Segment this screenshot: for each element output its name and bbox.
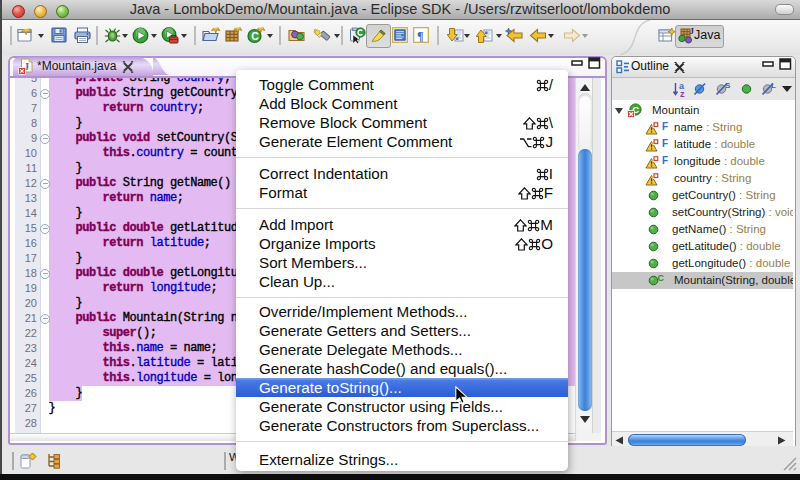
svg-text:¶: ¶	[417, 29, 423, 43]
svg-text:z: z	[680, 89, 685, 98]
svg-text:L: L	[771, 81, 776, 90]
svg-text:C: C	[251, 30, 259, 42]
svg-text:S: S	[725, 81, 731, 90]
